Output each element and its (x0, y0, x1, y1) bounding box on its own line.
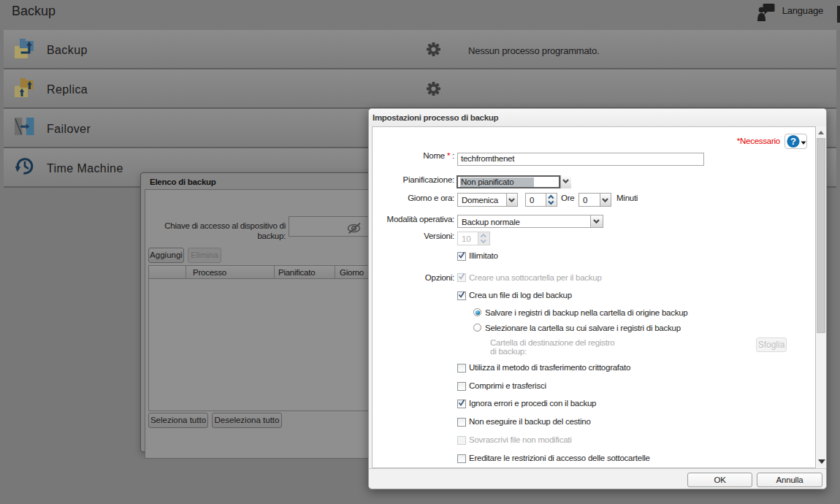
svg-text:?: ? (790, 136, 796, 147)
